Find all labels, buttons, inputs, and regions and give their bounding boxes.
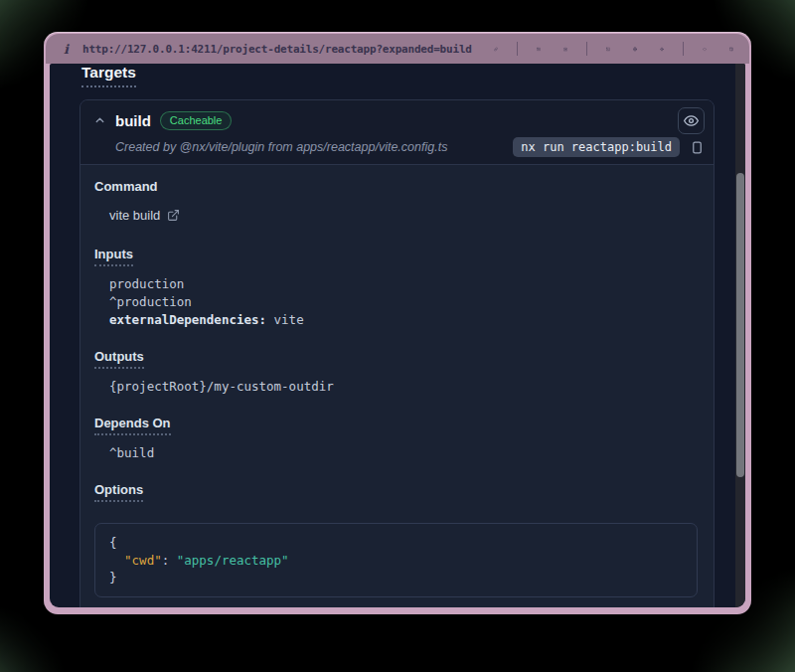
run-command-chip: nx run reactapp:build [513, 137, 680, 157]
input-item: externalDependencies: vite [109, 311, 698, 329]
copy-icon[interactable] [690, 140, 705, 155]
crosshair-icon[interactable] [654, 41, 670, 57]
browser-window: i http://127.0.0.1:4211/project-details/… [44, 32, 751, 614]
camera-icon[interactable] [557, 41, 573, 57]
chevron-up-icon [93, 114, 106, 127]
input-item-key: externalDependencies: [109, 312, 266, 327]
options-section-title[interactable]: Options [94, 482, 143, 502]
project-details-page: Targets build Cacheable [50, 64, 745, 607]
output-item: {projectRoot}/my-custom-outdir [109, 378, 698, 396]
build-target-header[interactable]: build Cacheable Created by @nx/vite/plug… [80, 100, 714, 164]
toolbar-divider [586, 42, 587, 56]
scrollbar-thumb[interactable] [736, 173, 744, 477]
link-icon[interactable] [488, 41, 504, 57]
eye-icon [684, 113, 699, 128]
json-line: { [109, 534, 683, 552]
command-section: Command vite build [94, 179, 698, 224]
options-json-block: { "cwd": "apps/reactapp" } [94, 523, 698, 597]
url-text: http://127.0.0.1:4211/project-details/re… [82, 43, 472, 56]
json-key: "cwd" [124, 553, 162, 568]
inputs-section: Inputs production ^production externalDe… [94, 245, 698, 329]
cacheable-badge[interactable]: Cacheable [160, 111, 233, 130]
depends-on-section: Depends On ^build [94, 414, 698, 462]
command-value: vite build [109, 208, 160, 223]
inputs-section-title[interactable]: Inputs [94, 247, 133, 266]
input-item-value: vite [266, 312, 304, 327]
input-item: ^production [109, 293, 698, 311]
command-section-title: Command [94, 179, 698, 194]
outputs-section-title[interactable]: Outputs [94, 349, 144, 369]
input-item: production [109, 275, 698, 293]
created-by-text: Created by @nx/vite/plugin from apps/rea… [115, 140, 447, 154]
target-card-build: build Cacheable Created by @nx/vite/plug… [80, 99, 715, 607]
globe-icon[interactable] [627, 41, 643, 57]
toolbar-divider [683, 42, 684, 56]
code-brackets-icon[interactable] [697, 41, 713, 57]
json-string-value: "apps/reactapp" [177, 553, 289, 568]
browser-toolbar: i http://127.0.0.1:4211/project-details/… [46, 34, 749, 64]
terminal-icon[interactable] [600, 41, 616, 57]
view-graph-button[interactable] [678, 107, 705, 134]
split-panel-icon[interactable] [723, 41, 739, 57]
build-target-details: Command vite build Inputs production [80, 164, 714, 607]
target-name: build [115, 112, 151, 129]
depends-on-section-title[interactable]: Depends On [94, 416, 171, 435]
toolbar-divider [517, 42, 518, 56]
screenshot-save-icon[interactable] [531, 41, 547, 57]
json-line: "cwd": "apps/reactapp" [109, 552, 683, 570]
command-link[interactable]: vite build [109, 208, 180, 223]
page-title: Targets [81, 64, 136, 87]
json-line: } [109, 569, 683, 587]
toolbar-actions [488, 41, 739, 57]
external-link-icon [167, 209, 180, 222]
outputs-section: Outputs {projectRoot}/my-custom-outdir [94, 347, 698, 396]
depends-on-item: ^build [109, 444, 698, 462]
info-icon: i [64, 42, 69, 57]
content-frame: Targets build Cacheable [44, 64, 751, 614]
options-section: Options { "cwd": "apps/reactapp" } [94, 480, 698, 597]
